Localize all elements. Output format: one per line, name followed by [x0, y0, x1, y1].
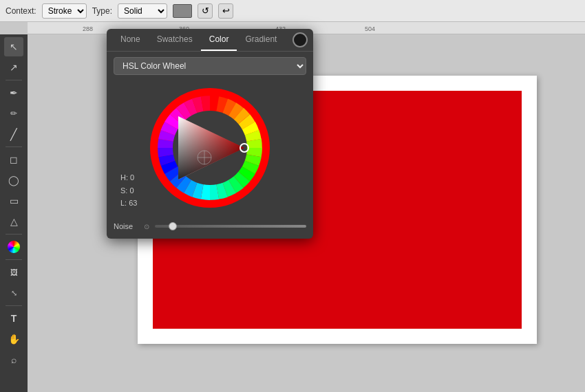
tool-divider — [6, 80, 22, 80]
tool-divider — [6, 146, 22, 147]
direct-select-tool[interactable]: ↗ — [4, 58, 23, 77]
triangle-tool[interactable]: △ — [4, 212, 23, 231]
tab-gradient[interactable]: Gradient — [237, 29, 285, 51]
panel-dropdown: HSL Color Wheel RGB Sliders CMYK Sliders — [114, 57, 306, 75]
color-picker-tool[interactable] — [4, 237, 23, 257]
select-tool[interactable]: ↖ — [4, 37, 23, 56]
tool-divider — [6, 234, 22, 235]
line-tool[interactable]: ╱ — [4, 124, 23, 144]
color-panel: None Swatches Color Gradient HSL Color W… — [107, 29, 313, 239]
image-tool[interactable]: 🖼 — [4, 263, 23, 282]
noise-thumb[interactable] — [169, 222, 177, 230]
color-swatch[interactable] — [173, 4, 192, 18]
color-mode-select[interactable]: HSL Color Wheel RGB Sliders CMYK Sliders — [114, 57, 306, 75]
text-tool[interactable]: T — [4, 309, 23, 328]
context-label: Context: — [6, 6, 36, 16]
cursor-indicator — [198, 151, 211, 164]
noise-icon-left: ⊙ — [144, 223, 149, 230]
zoom-tool[interactable]: ⌕ — [4, 350, 23, 369]
rect-tool[interactable]: ▭ — [4, 191, 23, 210]
tab-color[interactable]: Color — [201, 29, 237, 51]
hand-tool[interactable]: ✋ — [4, 329, 23, 349]
color-wheel-svg[interactable] — [138, 79, 282, 217]
color-wheel-container[interactable]: H: 0 S: 0 L: 63 — [114, 79, 306, 217]
reset-button[interactable]: ↺ — [198, 3, 213, 19]
noise-row: Noise ⊙ — [114, 222, 306, 230]
noise-label: Noise — [114, 222, 138, 230]
l-label: L: — [120, 199, 127, 207]
tab-swatches[interactable]: Swatches — [149, 29, 201, 51]
h-value: 0 — [130, 173, 134, 182]
tool-divider — [6, 259, 22, 260]
type-label: Type: — [92, 6, 112, 16]
pen-tool[interactable]: ✒ — [4, 83, 23, 102]
ruler-tick: 504 — [365, 25, 375, 32]
tab-none[interactable]: None — [112, 29, 149, 51]
ellipse-tool[interactable]: ◯ — [4, 171, 23, 190]
l-value: 63 — [129, 199, 137, 207]
shape-tool[interactable]: ◻ — [4, 150, 23, 169]
context-select[interactable]: Stroke Fill — [42, 3, 87, 19]
tool-divider — [6, 305, 22, 306]
h-label: H: — [120, 173, 128, 182]
stroke-color-swatch[interactable] — [292, 32, 308, 47]
transform-tool[interactable]: ⤡ — [4, 283, 23, 303]
panel-tabs: None Swatches Color Gradient — [107, 29, 313, 52]
s-label: S: — [120, 186, 127, 195]
left-toolbar: ↖ ↗ ✒ ✏ ╱ ◻ ◯ ▭ △ 🖼 ⤡ T ✋ ⌕ — [0, 34, 28, 392]
s-value: 0 — [129, 186, 134, 195]
top-toolbar: Context: Stroke Fill Type: Solid Dashed … — [0, 0, 585, 22]
type-select[interactable]: Solid Dashed — [118, 3, 167, 19]
hsl-values: H: 0 S: 0 L: 63 — [120, 171, 138, 210]
panel-tab-icons — [292, 32, 308, 47]
undo-button[interactable]: ↩ — [218, 3, 233, 19]
ruler-tick: 288 — [83, 25, 93, 32]
noise-slider[interactable] — [155, 225, 306, 228]
brush-tool[interactable]: ✏ — [4, 104, 23, 123]
